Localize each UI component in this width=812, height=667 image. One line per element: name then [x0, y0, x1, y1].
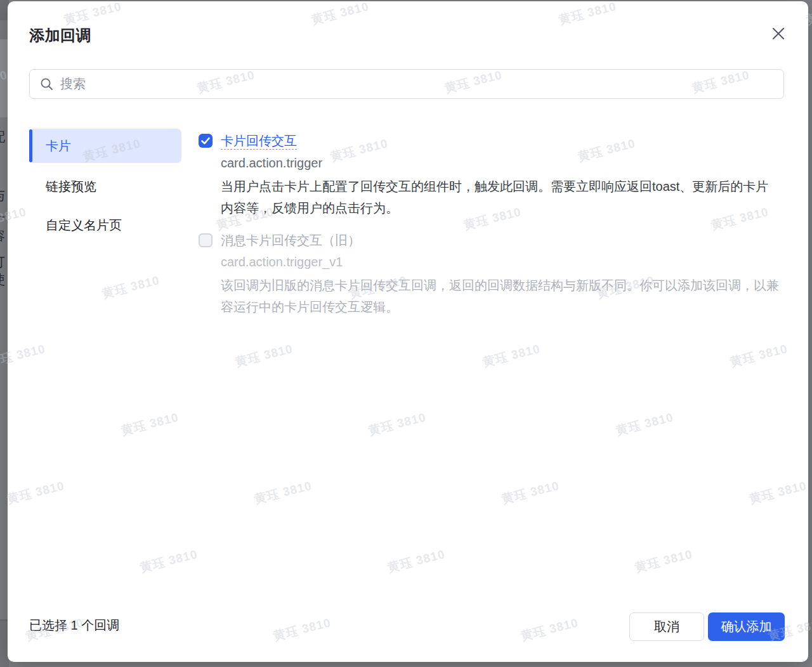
callback-body: 消息卡片回传交互（旧） card.action.trigger_v1 该回调为旧…: [221, 232, 781, 318]
callback-title[interactable]: 卡片回传交互: [221, 133, 297, 150]
callback-event-code: card.action.trigger_v1: [221, 254, 781, 269]
sidebar-item-link-preview[interactable]: 链接预览: [29, 171, 181, 202]
callback-list: 卡片回传交互 card.action.trigger 当用户点击卡片上配置了回传…: [199, 133, 781, 318]
sidebar-item-card[interactable]: 卡片: [29, 129, 181, 163]
search-input[interactable]: [60, 77, 773, 91]
sidebar-item-label: 自定义名片页: [46, 217, 122, 234]
add-callback-dialog: 添加回调 卡片 链接预览 自定义名片页: [8, 1, 808, 662]
selection-count-text: 已选择 1 个回调: [29, 617, 119, 634]
sidebar-item-custom-profile-page[interactable]: 自定义名片页: [29, 210, 181, 240]
callback-title: 消息卡片回传交互（旧）: [221, 232, 360, 249]
search-icon: [40, 77, 53, 91]
close-icon: [770, 25, 787, 42]
callback-body: 卡片回传交互 card.action.trigger 当用户点击卡片上配置了回传…: [221, 133, 781, 219]
callback-description: 该回调为旧版的消息卡片回传交互回调，返回的回调数据结构与新版不同。你可以添加该回…: [221, 275, 781, 318]
callback-description: 当用户点击卡片上配置了回传交互的组件时，触发此回调。需要立即响应返回toast、…: [221, 176, 781, 219]
checkbox-checked[interactable]: [199, 134, 213, 148]
checkbox-unchecked-disabled: [199, 233, 213, 247]
callback-item-card-action-trigger-v1: 消息卡片回传交互（旧） card.action.trigger_v1 该回调为旧…: [199, 232, 781, 318]
sidebar-item-label: 链接预览: [46, 178, 96, 195]
search-box[interactable]: [29, 69, 784, 99]
sidebar-item-label: 卡片: [46, 138, 71, 155]
category-sidebar: 卡片 链接预览 自定义名片页: [29, 129, 181, 249]
callback-item-card-action-trigger: 卡片回传交互 card.action.trigger 当用户点击卡片上配置了回传…: [199, 133, 781, 219]
dialog-title: 添加回调: [29, 25, 91, 46]
confirm-add-button[interactable]: 确认添加: [708, 612, 785, 641]
cancel-button[interactable]: 取消: [629, 612, 704, 641]
close-button[interactable]: [768, 23, 789, 44]
callback-event-code: card.action.trigger: [221, 155, 781, 171]
